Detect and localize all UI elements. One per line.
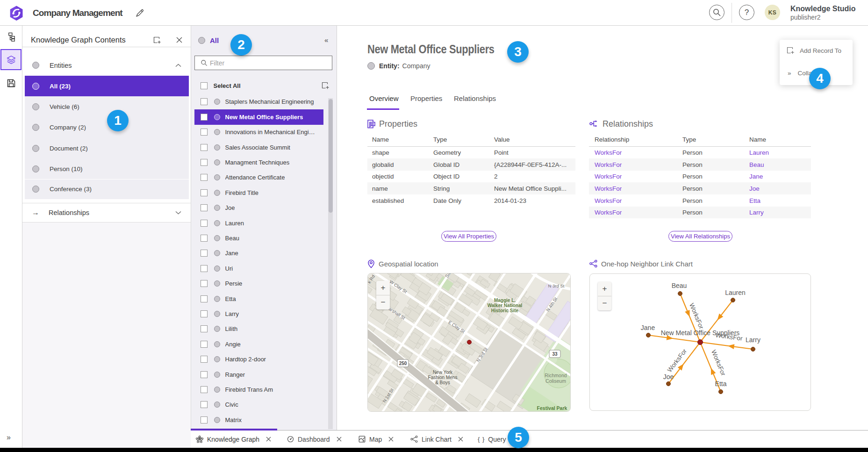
svg-text:& Boys: & Boys xyxy=(435,380,450,385)
svg-text:Lauren: Lauren xyxy=(725,289,746,296)
svg-text:Joe: Joe xyxy=(663,373,674,380)
svg-text:WorksFor: WorksFor xyxy=(688,302,705,330)
svg-text:Richmond: Richmond xyxy=(545,373,567,378)
svg-text:Fashion Mens: Fashion Mens xyxy=(428,375,458,380)
svg-text:Coliseum: Coliseum xyxy=(545,378,566,384)
svg-text:Festival Park: Festival Park xyxy=(537,405,567,411)
svg-text:Larry: Larry xyxy=(746,336,760,344)
svg-text:Maggie L.: Maggie L. xyxy=(494,298,516,303)
svg-text:Historic Site: Historic Site xyxy=(491,308,519,313)
svg-text:Etta: Etta xyxy=(715,380,727,387)
svg-text:WorksFor: WorksFor xyxy=(666,347,689,373)
svg-text:New Metal Office Suppliers: New Metal Office Suppliers xyxy=(661,329,740,337)
svg-text:Jane: Jane xyxy=(641,324,655,331)
svg-text:33: 33 xyxy=(552,352,558,357)
svg-text:250: 250 xyxy=(399,361,407,366)
svg-text:N 3rd St: N 3rd St xyxy=(548,283,565,288)
svg-text:Walker National: Walker National xyxy=(488,303,523,308)
svg-text:Beau: Beau xyxy=(672,282,687,289)
svg-text:New York: New York xyxy=(433,370,453,375)
